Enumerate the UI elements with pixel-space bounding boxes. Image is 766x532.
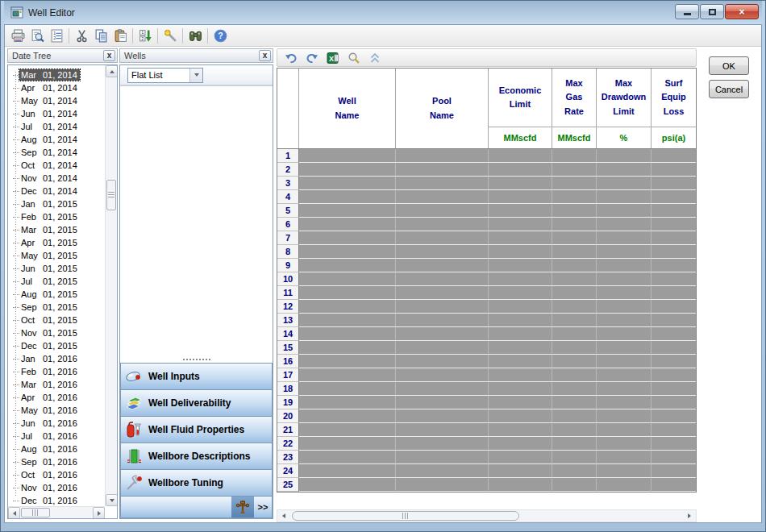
sort-button[interactable]: 1 2 [135,27,155,45]
wells-close-button[interactable]: x [259,50,271,61]
date-tree-item[interactable]: Feb01, 2015 [8,210,105,223]
row-number-cell[interactable]: 18 [277,382,299,396]
row-number-cell[interactable]: 9 [277,259,299,272]
column-header-economic-limit[interactable]: Economic Limit MMscfd [489,69,552,148]
grid-cell-well-name[interactable] [299,464,396,478]
grid-cell-surf-equip-loss[interactable] [652,396,696,409]
date-tree-item[interactable]: Dec01, 2016 [8,494,105,506]
date-tree-item[interactable]: Sep01, 2016 [8,455,105,468]
grid-cell-max-drawdown-limit[interactable] [597,218,652,231]
grid-cell-economic-limit[interactable] [489,355,552,368]
date-tree-item[interactable]: Jan01, 2016 [8,352,105,365]
grid-cell-pool-name[interactable] [396,382,489,396]
grid-cell-pool-name[interactable] [396,245,489,259]
grid-cell-max-gas-rate[interactable] [552,163,597,177]
date-tree-item[interactable]: Sep01, 2015 [8,301,105,314]
wells-list[interactable] [120,86,273,356]
row-number-cell[interactable]: 6 [277,218,299,231]
grid-cell-economic-limit[interactable] [489,327,552,341]
maximize-button[interactable] [700,4,724,19]
grid-cell-well-name[interactable] [299,409,396,423]
date-tree-item[interactable]: Jul01, 2015 [8,275,105,288]
grid-cell-surf-equip-loss[interactable] [652,259,696,272]
grid-cell-max-drawdown-limit[interactable] [597,327,652,341]
grid-cell-max-drawdown-limit[interactable] [597,451,652,464]
date-tree-item[interactable]: May01, 2014 [8,94,105,107]
scroll-right-button[interactable] [93,507,105,519]
grid-cell-max-gas-rate[interactable] [552,382,597,396]
date-tree-item[interactable]: Mar01, 2014 [8,69,105,81]
grid-cell-well-name[interactable] [299,177,396,190]
wellbore-descriptions-button[interactable]: Wellbore Descriptions [120,443,273,469]
grid-cell-economic-limit[interactable] [489,409,552,423]
grid-cell-economic-limit[interactable] [489,245,552,259]
row-number-cell[interactable]: 20 [277,409,299,423]
grid-cell-pool-name[interactable] [396,149,489,163]
grid-cell-max-drawdown-limit[interactable] [597,259,652,272]
grid-cell-max-drawdown-limit[interactable] [597,231,652,245]
grid-cell-max-gas-rate[interactable] [552,423,597,437]
grid-cell-economic-limit[interactable] [489,451,552,464]
grid-cell-economic-limit[interactable] [489,464,552,478]
row-number-cell[interactable]: 12 [277,300,299,314]
date-tree-item[interactable]: Sep01, 2014 [8,146,105,159]
cut-button[interactable] [72,27,91,45]
row-number-cell[interactable]: 13 [277,314,299,327]
grid-cell-pool-name[interactable] [396,396,489,409]
grid-cell-economic-limit[interactable] [489,423,552,437]
horizontal-scroll-thumb[interactable] [21,508,50,517]
date-tree-item[interactable]: Mar01, 2015 [8,223,105,236]
grid-cell-max-gas-rate[interactable] [552,300,597,314]
grid-cell-max-drawdown-limit[interactable] [597,464,652,478]
print-preview-button[interactable] [27,27,47,45]
grid-cell-pool-name[interactable] [396,177,489,190]
cancel-button[interactable]: Cancel [709,80,749,98]
grid-cell-max-drawdown-limit[interactable] [597,368,652,382]
grid-cell-well-name[interactable] [299,218,396,231]
grid-cell-max-drawdown-limit[interactable] [597,163,652,177]
help-button[interactable]: ? [210,27,230,45]
excel-export-button[interactable]: X [324,50,342,65]
grid-cell-economic-limit[interactable] [489,149,552,163]
grid-cell-well-name[interactable] [299,437,396,451]
grid-cell-well-name[interactable] [299,163,396,177]
grid-cell-surf-equip-loss[interactable] [652,355,696,368]
grid-cell-max-gas-rate[interactable] [552,314,597,327]
grid-cell-pool-name[interactable] [396,464,489,478]
grid-cell-surf-equip-loss[interactable] [652,341,696,355]
row-number-cell[interactable]: 25 [277,478,299,492]
scroll-down-button[interactable] [106,494,118,506]
grid-cell-well-name[interactable] [299,423,396,437]
paste-button[interactable] [110,27,130,45]
date-tree-item[interactable]: Aug01, 2015 [8,288,105,301]
date-tree-item[interactable]: Dec01, 2015 [8,339,105,352]
grid-cell-max-drawdown-limit[interactable] [597,314,652,327]
row-number-cell[interactable]: 3 [277,177,299,190]
horizontal-scroll-thumb[interactable] [292,511,519,521]
scroll-right-button[interactable] [683,510,696,522]
grid-cell-surf-equip-loss[interactable] [652,163,696,177]
grid-cell-surf-equip-loss[interactable] [652,478,696,492]
grid-cell-economic-limit[interactable] [489,272,552,286]
date-tree-item[interactable]: Nov01, 2015 [8,326,105,339]
grid-cell-max-drawdown-limit[interactable] [597,341,652,355]
date-tree-item[interactable]: Nov01, 2014 [8,172,105,185]
grid-cell-max-drawdown-limit[interactable] [597,286,652,300]
grid-cell-well-name[interactable] [299,355,396,368]
minimize-button[interactable] [675,4,699,19]
scroll-left-button[interactable] [277,510,290,522]
grid-cell-well-name[interactable] [299,245,396,259]
grid-cell-pool-name[interactable] [396,300,489,314]
grid-cell-max-gas-rate[interactable] [552,396,597,409]
redo-button[interactable] [303,50,321,65]
grid-cell-well-name[interactable] [299,396,396,409]
grid-cell-pool-name[interactable] [396,437,489,451]
grid-cell-well-name[interactable] [299,204,396,218]
grid-cell-surf-equip-loss[interactable] [652,327,696,341]
wells-splitter[interactable] [120,356,273,363]
row-number-cell[interactable]: 4 [277,190,299,204]
report-button[interactable]: 1 2 [47,27,66,45]
date-tree-item[interactable]: Oct01, 2015 [8,314,105,326]
grid-cell-max-drawdown-limit[interactable] [597,396,652,409]
row-number-cell[interactable]: 7 [277,231,299,245]
